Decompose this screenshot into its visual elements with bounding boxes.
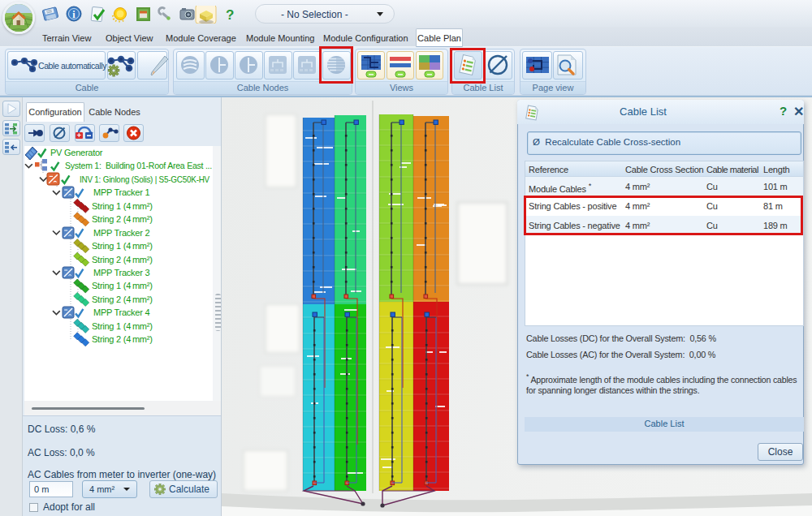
svg-text:String 2 (4 mm²): String 2 (4 mm²) bbox=[92, 255, 153, 264]
svg-text:String 1 (4 mm²): String 1 (4 mm²) bbox=[92, 281, 153, 290]
svg-text:System 1: Building 01-Roof Ar: System 1: Building 01-Roof Area East ... bbox=[65, 161, 212, 170]
svg-text:String 1 (4 mm²): String 1 (4 mm²) bbox=[92, 321, 153, 331]
svg-text:+: + bbox=[77, 131, 81, 140]
svg-text:String 1 (4 mm²): String 1 (4 mm²) bbox=[92, 241, 153, 251]
svg-text:String 2 (4 mm²): String 2 (4 mm²) bbox=[92, 214, 153, 224]
svg-text:MPP Tracker 2: MPP Tracker 2 bbox=[93, 228, 149, 238]
svg-text:String 1 (4 mm²): String 1 (4 mm²) bbox=[92, 201, 153, 211]
svg-text:String 2 (4 mm²): String 2 (4 mm²) bbox=[92, 295, 153, 304]
svg-text:?: ? bbox=[226, 7, 234, 23]
svg-text:MPP Tracker 3: MPP Tracker 3 bbox=[93, 268, 149, 277]
svg-text:String 2 (4 mm²): String 2 (4 mm²) bbox=[92, 334, 153, 344]
svg-text:MPP Tracker 1: MPP Tracker 1 bbox=[93, 187, 149, 197]
svg-text:PV Generator: PV Generator bbox=[50, 148, 103, 157]
svg-text:INV 1: Ginlong (Solis) | S5-GC: INV 1: Ginlong (Solis) | S5-GC50K-HV bbox=[80, 174, 210, 184]
svg-text:MPP Tracker 4: MPP Tracker 4 bbox=[93, 307, 149, 317]
